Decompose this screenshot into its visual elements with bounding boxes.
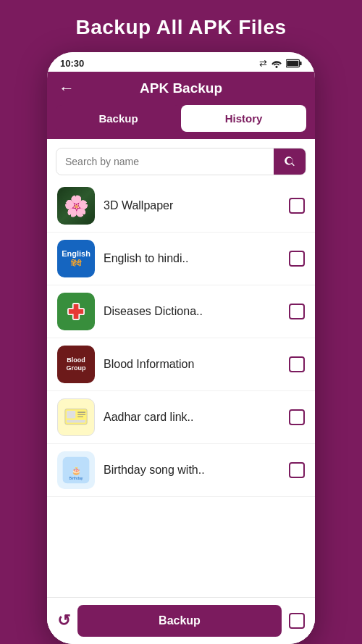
app-icon-birthday: 🎂 Birthday [57, 451, 95, 489]
tab-backup[interactable]: Backup [56, 105, 181, 132]
list-item: Diseases Dictiona.. [47, 285, 315, 338]
battery-icon [286, 59, 302, 68]
app-icon-blood: BloodGroup [57, 346, 95, 383]
app-name: English to hindi.. [104, 252, 280, 265]
search-input[interactable] [56, 149, 274, 174]
wifi-signal-icon [271, 59, 282, 68]
list-item: Aadhar card link.. [47, 391, 315, 444]
list-item: English हिंदी English to hindi.. [47, 233, 315, 285]
app-icon-aadhar [57, 398, 95, 436]
status-bar: 10:30 ⇄︎ [47, 52, 315, 72]
search-icon [283, 155, 296, 168]
app-checkbox-6[interactable] [289, 462, 305, 478]
app-name: 3D Wallpaper [104, 199, 280, 212]
blood-group-label: BloodGroup [67, 356, 86, 372]
svg-rect-6 [69, 309, 83, 314]
aadhar-icon [62, 403, 90, 431]
app-name: Diseases Dictiona.. [104, 305, 280, 318]
app-checkbox-2[interactable] [289, 251, 305, 267]
svg-rect-2 [287, 61, 298, 67]
app-list: 🌸 3D Wallpaper English हिंदी English to … [47, 180, 315, 597]
app-name: Birthday song with.. [104, 464, 280, 477]
app-checkbox-1[interactable] [289, 198, 305, 214]
content-area: 🌸 3D Wallpaper English हिंदी English to … [47, 139, 315, 644]
flower-decoration: 🌸 [57, 187, 95, 225]
page-title: Backup All APK Files [75, 16, 286, 39]
app-header: ← APK Backup [47, 72, 315, 105]
refresh-button[interactable]: ↺ [57, 611, 70, 630]
back-button[interactable]: ← [59, 79, 75, 98]
list-item: 🎂 Birthday Birthday song with.. [47, 444, 315, 497]
header-title: APK Backup [140, 80, 222, 96]
bottom-bar: ↺ Backup [47, 597, 315, 644]
tab-row: Backup History [47, 105, 315, 139]
app-checkbox-4[interactable] [289, 356, 305, 372]
svg-rect-12 [67, 420, 85, 423]
english-label: English [62, 249, 90, 259]
wifi-icon: ⇄︎ [259, 58, 267, 69]
birthday-icon: 🎂 Birthday [60, 454, 92, 486]
select-all-checkbox[interactable] [289, 613, 305, 629]
hindi-label: हिंदी [71, 259, 81, 268]
app-checkbox-5[interactable] [289, 409, 305, 425]
svg-rect-8 [67, 411, 75, 419]
backup-button[interactable]: Backup [77, 605, 282, 637]
status-icons: ⇄︎ [259, 58, 302, 69]
search-button[interactable] [274, 149, 306, 175]
svg-text:🎂: 🎂 [72, 466, 81, 475]
search-bar [56, 148, 306, 175]
svg-rect-1 [300, 62, 302, 65]
app-icon-diseases [57, 293, 95, 330]
app-name: Aadhar card link.. [104, 411, 280, 424]
app-icon-english: English हिंदी [57, 240, 95, 277]
svg-text:Birthday: Birthday [70, 476, 83, 480]
list-item: BloodGroup Blood Information [47, 338, 315, 391]
app-icon-3d-wallpaper: 🌸 [57, 187, 95, 225]
list-item: 🌸 3D Wallpaper [47, 180, 315, 233]
phone-frame: 10:30 ⇄︎ ← APK Backup Backup History [47, 52, 315, 644]
app-checkbox-3[interactable] [289, 304, 305, 319]
medical-cross-icon [64, 299, 88, 324]
tab-history[interactable]: History [181, 105, 306, 132]
status-time: 10:30 [60, 58, 84, 69]
app-name: Blood Information [104, 358, 280, 371]
